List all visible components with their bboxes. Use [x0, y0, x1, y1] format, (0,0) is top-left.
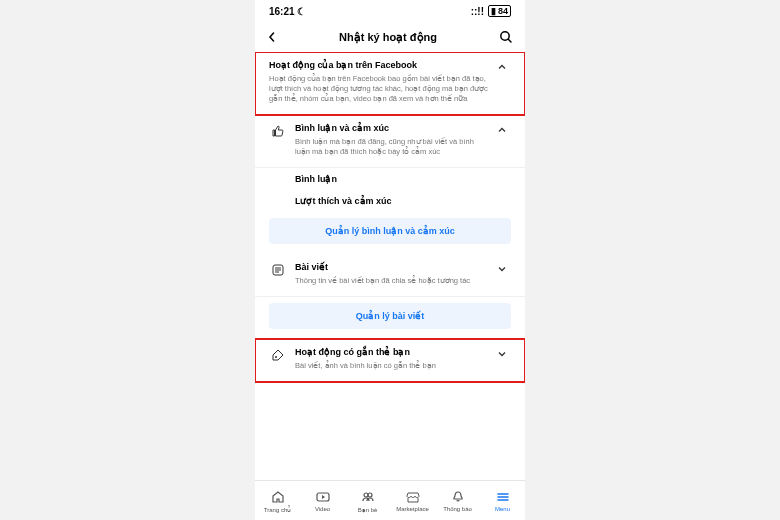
home-icon: [270, 489, 286, 505]
svg-point-4: [364, 493, 368, 497]
sub-item-comments[interactable]: Bình luận: [255, 168, 525, 190]
tab-notifications[interactable]: Thông báo: [435, 481, 480, 520]
tab-menu[interactable]: Menu: [480, 481, 525, 520]
section-posts[interactable]: Bài viết Thông tin về bài viết bạn đã ch…: [255, 254, 525, 297]
svg-point-5: [368, 493, 372, 497]
section-desc: Thông tin về bài viết bạn đã chia sẻ hoặ…: [295, 276, 489, 286]
section-title: Hoạt động của bạn trên Facebook: [269, 60, 489, 72]
content-scroll[interactable]: Hoạt động của bạn trên Facebook Hoạt độn…: [255, 52, 525, 492]
post-icon: [269, 262, 287, 277]
section-desc: Bình luận mà bạn đã đăng, cũng như bài v…: [295, 137, 489, 157]
section-title: Bài viết: [295, 262, 489, 274]
tab-marketplace[interactable]: Marketplace: [390, 481, 435, 520]
page-title: Nhật ký hoạt động: [339, 31, 437, 44]
video-icon: [315, 489, 331, 505]
friends-icon: [360, 489, 376, 505]
svg-point-2: [275, 356, 277, 358]
bell-icon: [450, 489, 466, 505]
section-tagged-activity[interactable]: Hoạt động có gắn thẻ bạn Bài viết, ảnh v…: [255, 339, 525, 382]
chevron-up-icon: [497, 123, 511, 135]
back-button[interactable]: [267, 32, 277, 42]
status-bar: 16:21 ☾ ::!! ▮ 84: [255, 0, 525, 22]
tag-icon: [269, 347, 287, 362]
tab-home[interactable]: Trang chủ: [255, 481, 300, 520]
tab-video[interactable]: Video: [300, 481, 345, 520]
section-title: Hoạt động có gắn thẻ bạn: [295, 347, 489, 359]
phone-frame: 16:21 ☾ ::!! ▮ 84 Nhật ký hoạt động Hoạt…: [255, 0, 525, 520]
chevron-down-icon: [497, 347, 511, 359]
status-right: ::!! ▮ 84: [471, 5, 511, 17]
section-desc: Hoạt động của bạn trên Facebook bao gồm …: [269, 74, 489, 104]
status-time: 16:21 ☾: [269, 6, 306, 17]
section-comments-reactions[interactable]: Bình luận và cảm xúc Bình luận mà bạn đã…: [255, 115, 525, 168]
section-your-activity[interactable]: Hoạt động của bạn trên Facebook Hoạt độn…: [255, 52, 525, 115]
sub-item-likes[interactable]: Lượt thích và cảm xúc: [255, 190, 525, 212]
battery-icon: ▮ 84: [488, 5, 511, 17]
svg-point-0: [501, 32, 509, 40]
section-desc: Bài viết, ảnh và bình luận có gắn thẻ bạ…: [295, 361, 489, 371]
chevron-up-icon: [497, 60, 511, 72]
header: Nhật ký hoạt động: [255, 22, 525, 52]
like-icon: [269, 123, 287, 138]
section-title: Bình luận và cảm xúc: [295, 123, 489, 135]
search-button[interactable]: [499, 30, 513, 44]
tab-friends[interactable]: Bạn bè: [345, 481, 390, 520]
marketplace-icon: [405, 489, 421, 505]
manage-comments-button[interactable]: Quản lý bình luận và cảm xúc: [269, 218, 511, 244]
manage-posts-button[interactable]: Quản lý bài viết: [269, 303, 511, 329]
signal-icon: ::!!: [471, 6, 484, 17]
menu-icon: [495, 489, 511, 505]
tab-bar: Trang chủ Video Bạn bè Marketplace Thông…: [255, 480, 525, 520]
chevron-down-icon: [497, 262, 511, 274]
